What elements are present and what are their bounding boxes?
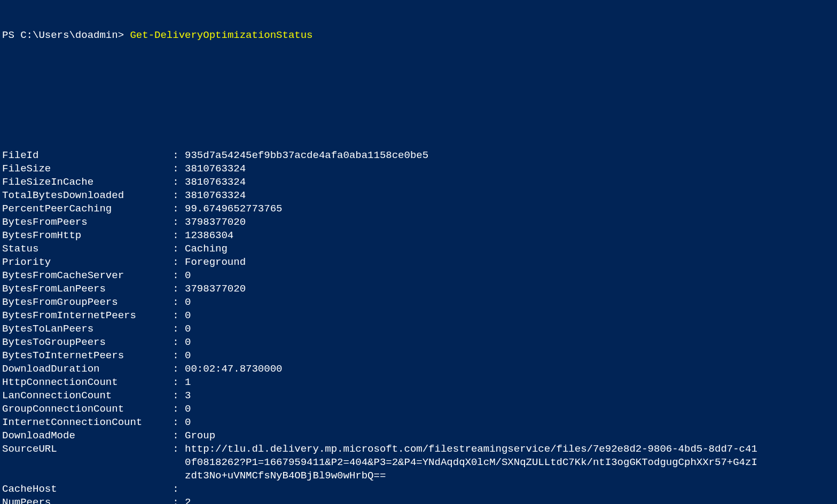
output-key: InternetConnectionCount xyxy=(2,416,173,429)
output-row: CacheHost : xyxy=(2,483,835,496)
output-separator: : xyxy=(173,403,185,416)
output-value: 3798377020 xyxy=(185,216,246,229)
output-key: CacheHost xyxy=(2,483,173,496)
output-value: 0 xyxy=(185,309,191,322)
output-row: LanConnectionCount : 3 xyxy=(2,389,835,403)
output-row: BytesFromGroupPeers : 0 xyxy=(2,296,835,309)
output-separator: : xyxy=(173,389,185,403)
output-row: SourceURL : http://tlu.dl.delivery.mp.mi… xyxy=(2,443,835,483)
output-row: NumPeers : 2 xyxy=(2,496,835,504)
output-separator: : xyxy=(173,443,185,456)
output-key: FileSize xyxy=(2,162,173,176)
output-separator: : xyxy=(173,282,185,296)
output-value: Caching xyxy=(185,242,228,256)
output-separator: : xyxy=(173,189,185,202)
output-fields: FileId : 935d7a54245ef9bb37acde4afa0aba1… xyxy=(2,149,835,504)
output-value: http://tlu.dl.delivery.mp.microsoft.com/… xyxy=(185,443,757,483)
output-key: DownloadDuration xyxy=(2,363,173,376)
output-key: PercentPeerCaching xyxy=(2,202,173,216)
output-value: 3810763324 xyxy=(185,189,246,202)
output-separator: : xyxy=(173,363,185,376)
terminal-output[interactable]: PS C:\Users\doadmin> Get-DeliveryOptimiz… xyxy=(0,0,837,504)
output-value: Group xyxy=(185,429,215,443)
blank-line xyxy=(2,69,835,82)
output-row: GroupConnectionCount : 0 xyxy=(2,403,835,416)
output-value: 12386304 xyxy=(185,229,233,242)
output-separator: : xyxy=(173,322,185,336)
output-row: BytesFromPeers : 3798377020 xyxy=(2,216,835,229)
output-row: BytesToLanPeers : 0 xyxy=(2,322,835,336)
output-separator: : xyxy=(173,483,185,496)
output-row: BytesFromInternetPeers : 0 xyxy=(2,309,835,322)
output-separator: : xyxy=(173,256,185,269)
prompt-line: PS C:\Users\doadmin> Get-DeliveryOptimiz… xyxy=(2,29,835,42)
output-separator: : xyxy=(173,429,185,443)
output-key: NumPeers xyxy=(2,496,173,504)
output-value: 935d7a54245ef9bb37acde4afa0aba1158ce0be5 xyxy=(185,149,428,162)
output-row: TotalBytesDownloaded : 3810763324 xyxy=(2,189,835,202)
output-key: HttpConnectionCount xyxy=(2,376,173,389)
output-key: BytesFromInternetPeers xyxy=(2,309,173,322)
output-key: BytesFromHttp xyxy=(2,229,173,242)
output-separator: : xyxy=(173,202,185,216)
output-separator: : xyxy=(173,162,185,176)
output-row: FileSizeInCache : 3810763324 xyxy=(2,176,835,189)
output-value: 0 xyxy=(185,322,191,336)
output-row: DownloadMode : Group xyxy=(2,429,835,443)
output-row: DownloadDuration : 00:02:47.8730000 xyxy=(2,363,835,376)
output-value: 3798377020 xyxy=(185,282,246,296)
output-value: 3 xyxy=(185,389,191,403)
output-separator: : xyxy=(173,176,185,189)
output-separator: : xyxy=(173,416,185,429)
output-separator: : xyxy=(173,269,185,282)
output-row: FileId : 935d7a54245ef9bb37acde4afa0aba1… xyxy=(2,149,835,162)
output-value: 0 xyxy=(185,296,191,309)
output-value: 0 xyxy=(185,403,191,416)
output-key: LanConnectionCount xyxy=(2,389,173,403)
output-separator: : xyxy=(173,242,185,256)
output-row: Priority : Foreground xyxy=(2,256,835,269)
output-value: 1 xyxy=(185,376,191,389)
output-value: Foreground xyxy=(185,256,246,269)
output-value: 3810763324 xyxy=(185,162,246,176)
output-separator: : xyxy=(173,229,185,242)
output-row: Status : Caching xyxy=(2,242,835,256)
output-key: GroupConnectionCount xyxy=(2,403,173,416)
output-separator: : xyxy=(173,496,185,504)
output-row: InternetConnectionCount : 0 xyxy=(2,416,835,429)
output-key: BytesFromCacheServer xyxy=(2,269,173,282)
command-text: Get-DeliveryOptimizationStatus xyxy=(130,29,312,41)
output-value: 3810763324 xyxy=(185,176,246,189)
output-value: 0 xyxy=(185,336,191,349)
output-row: BytesFromHttp : 12386304 xyxy=(2,229,835,242)
output-key: FileSizeInCache xyxy=(2,176,173,189)
output-key: BytesFromPeers xyxy=(2,216,173,229)
output-separator: : xyxy=(173,216,185,229)
output-row: BytesFromCacheServer : 0 xyxy=(2,269,835,282)
output-key: BytesFromLanPeers xyxy=(2,282,173,296)
output-separator: : xyxy=(173,296,185,309)
output-separator: : xyxy=(173,309,185,322)
output-value: 0 xyxy=(185,269,191,282)
output-row: BytesToInternetPeers : 0 xyxy=(2,349,835,363)
output-value: 0 xyxy=(185,416,191,429)
output-row: BytesFromLanPeers : 3798377020 xyxy=(2,282,835,296)
output-value: 99.6749652773765 xyxy=(185,202,282,216)
output-key: Priority xyxy=(2,256,173,269)
output-value: 0 xyxy=(185,349,191,363)
output-separator: : xyxy=(173,336,185,349)
output-row: HttpConnectionCount : 1 xyxy=(2,376,835,389)
output-separator: : xyxy=(173,149,185,162)
output-key: BytesToLanPeers xyxy=(2,322,173,336)
output-key: FileId xyxy=(2,149,173,162)
output-key: Status xyxy=(2,242,173,256)
output-row: BytesToGroupPeers : 0 xyxy=(2,336,835,349)
output-value: 00:02:47.8730000 xyxy=(185,363,282,376)
output-key: BytesToGroupPeers xyxy=(2,336,173,349)
output-key: BytesFromGroupPeers xyxy=(2,296,173,309)
output-separator: : xyxy=(173,349,185,363)
output-key: BytesToInternetPeers xyxy=(2,349,173,363)
output-key: SourceURL xyxy=(2,443,173,456)
output-row: PercentPeerCaching : 99.6749652773765 xyxy=(2,202,835,216)
prompt-path: PS C:\Users\doadmin> xyxy=(2,29,130,41)
